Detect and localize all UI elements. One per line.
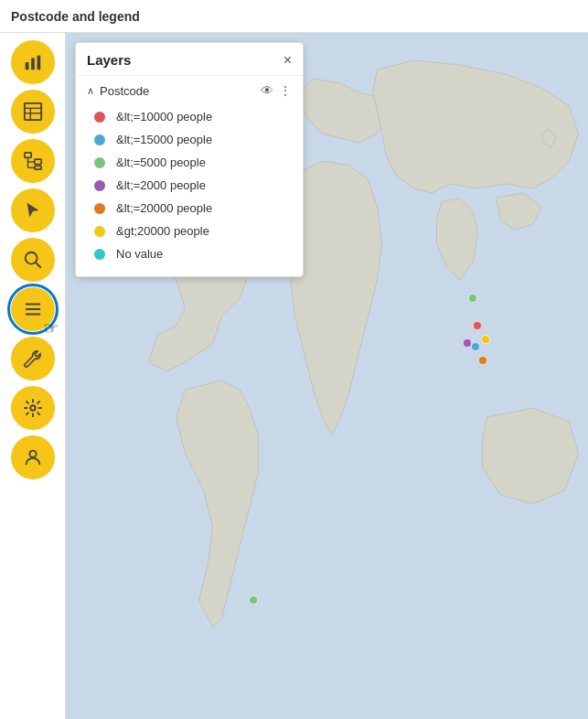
map-data-dot bbox=[463, 338, 472, 348]
page-title: Postcode and legend bbox=[11, 9, 140, 24]
legend-dot bbox=[94, 180, 105, 191]
svg-rect-7 bbox=[24, 153, 30, 158]
legend-label: &gt;20000 people bbox=[116, 224, 209, 238]
map-data-dot bbox=[471, 342, 480, 351]
eye-icon[interactable]: 👁 bbox=[261, 83, 273, 98]
sidebar-icon-cursor[interactable] bbox=[11, 188, 55, 232]
svg-rect-2 bbox=[37, 56, 40, 70]
svg-point-18 bbox=[30, 405, 36, 411]
svg-point-19 bbox=[29, 451, 36, 457]
svg-rect-3 bbox=[24, 103, 40, 120]
svg-line-14 bbox=[36, 263, 40, 267]
legend-dot bbox=[94, 249, 105, 260]
sidebar-icon-gear[interactable] bbox=[11, 386, 55, 430]
panel-header: Layers × bbox=[76, 43, 303, 76]
sidebar-icon-hierarchy[interactable] bbox=[11, 139, 55, 183]
sidebar-icon-user[interactable] bbox=[11, 435, 55, 479]
sidebar-icon-wrench[interactable] bbox=[11, 337, 55, 381]
close-button[interactable]: × bbox=[283, 53, 292, 68]
legend-dot bbox=[94, 226, 105, 237]
postcode-label: Postcode bbox=[100, 84, 255, 98]
map-data-dot bbox=[478, 356, 487, 365]
sidebar-icon-table[interactable] bbox=[11, 90, 55, 134]
legend-label: &lt;=10000 people bbox=[116, 110, 212, 123]
map-data-dot bbox=[468, 294, 477, 303]
legend-dot bbox=[94, 112, 105, 123]
layers-panel: Layers × ∧ Postcode 👁 ⋮ &lt;=10000 peopl… bbox=[75, 42, 304, 277]
legend-label: &lt;=2000 people bbox=[116, 178, 206, 192]
legend-item: No value bbox=[94, 242, 292, 265]
sidebar-icon-search[interactable] bbox=[11, 238, 55, 282]
panel-title: Layers bbox=[87, 52, 131, 68]
cursor-hand-icon: ☞ bbox=[44, 318, 59, 338]
legend-dot bbox=[94, 203, 105, 214]
top-bar: Postcode and legend bbox=[0, 0, 588, 33]
legend-items: &lt;=10000 people&lt;=15000 people&lt;=5… bbox=[76, 102, 303, 265]
legend-label: &lt;=20000 people bbox=[116, 201, 212, 215]
map-area: Layers × ∧ Postcode 👁 ⋮ &lt;=10000 peopl… bbox=[66, 33, 588, 719]
sidebar: ☞ bbox=[0, 33, 66, 719]
main-area: ☞ bbox=[0, 33, 588, 719]
legend-label: No value bbox=[116, 247, 163, 261]
legend-item: &lt;=5000 people bbox=[94, 151, 292, 174]
legend-dot bbox=[94, 134, 105, 145]
legend-item: &gt;20000 people bbox=[94, 220, 292, 242]
map-data-dot bbox=[249, 596, 258, 605]
legend-label: &lt;=15000 people bbox=[116, 133, 212, 146]
legend-dot bbox=[94, 157, 105, 168]
svg-rect-8 bbox=[34, 159, 40, 165]
svg-rect-9 bbox=[34, 166, 40, 170]
svg-rect-0 bbox=[25, 62, 28, 70]
sidebar-icon-layers[interactable]: ☞ bbox=[11, 287, 55, 331]
postcode-row: ∧ Postcode 👁 ⋮ bbox=[76, 76, 303, 102]
sidebar-icon-bar-chart[interactable] bbox=[11, 40, 55, 84]
svg-rect-1 bbox=[31, 58, 35, 70]
legend-item: &lt;=10000 people bbox=[94, 105, 292, 128]
legend-item: &lt;=15000 people bbox=[94, 128, 292, 151]
more-options-icon[interactable]: ⋮ bbox=[279, 83, 292, 98]
chevron-icon: ∧ bbox=[87, 85, 94, 97]
map-data-dot bbox=[481, 335, 490, 344]
legend-item: &lt;=20000 people bbox=[94, 197, 292, 220]
legend-label: &lt;=5000 people bbox=[116, 156, 206, 169]
legend-item: &lt;=2000 people bbox=[94, 174, 292, 197]
